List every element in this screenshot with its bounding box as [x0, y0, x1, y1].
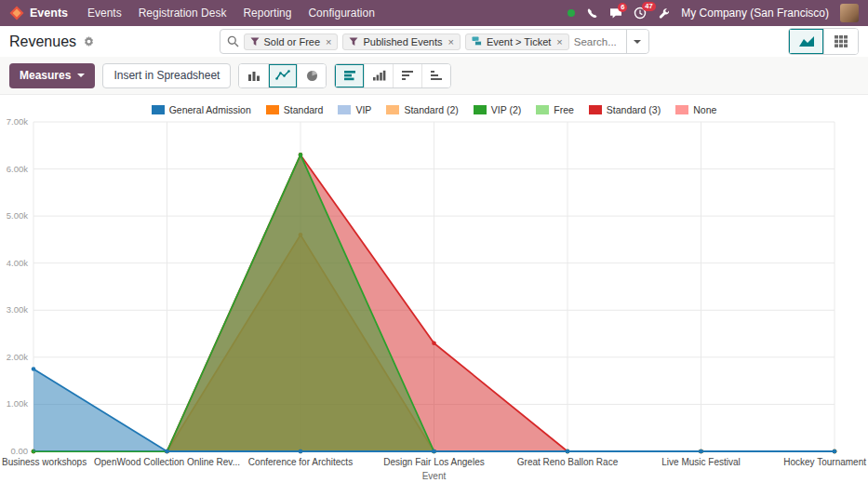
- legend-label: Standard: [284, 104, 324, 115]
- menu-item-reporting[interactable]: Reporting: [234, 3, 300, 23]
- x-axis-label: Conference for Architects: [248, 457, 353, 467]
- legend-swatch: [152, 105, 165, 114]
- sort-ascending-button[interactable]: [421, 64, 450, 87]
- chart-legend: General AdmissionStandardVIPStandard (2)…: [0, 101, 868, 118]
- menu-item-configuration[interactable]: Configuration: [300, 3, 382, 23]
- legend-item[interactable]: VIP (2): [474, 104, 521, 115]
- search-facet-groupby[interactable]: Event > Ticket ×: [465, 34, 569, 50]
- top-menu: Events Registration Desk Reporting Confi…: [79, 3, 383, 23]
- pie-chart-icon: [306, 70, 318, 82]
- search-facet-filter[interactable]: Published Events ×: [342, 34, 460, 50]
- y-axis-tick: 2.00k: [7, 352, 28, 362]
- legend-swatch: [675, 105, 688, 114]
- legend-item[interactable]: General Admission: [152, 104, 251, 115]
- filter-icon: [250, 37, 260, 47]
- messages-icon[interactable]: 6: [609, 7, 622, 20]
- facet-remove-icon[interactable]: ×: [326, 36, 331, 47]
- legend-item[interactable]: Standard (2): [386, 104, 458, 115]
- app-name: Events: [30, 7, 68, 20]
- y-axis-tick: 3.00k: [7, 304, 28, 315]
- legend-item[interactable]: Free: [536, 104, 574, 115]
- legend-item[interactable]: VIP: [338, 104, 371, 115]
- facet-label: Event > Ticket: [487, 36, 551, 47]
- systray: 6 47 My Company (San Francisco): [568, 4, 859, 22]
- legend-item[interactable]: Standard: [266, 104, 324, 115]
- measures-button[interactable]: Measures: [9, 63, 95, 88]
- data-point[interactable]: [165, 449, 169, 454]
- online-status-icon: [568, 9, 575, 17]
- legend-item[interactable]: Standard (3): [589, 104, 661, 115]
- facet-remove-icon[interactable]: ×: [556, 36, 562, 47]
- gear-icon[interactable]: [83, 35, 95, 47]
- pie-chart-button[interactable]: [297, 64, 326, 87]
- legend-label: VIP (2): [491, 104, 521, 115]
- menu-item-events[interactable]: Events: [79, 3, 130, 23]
- group-by-icon: [472, 36, 482, 47]
- cumulative-toggle-button[interactable]: [364, 64, 393, 87]
- legend-label: None: [693, 104, 716, 115]
- chart-area: General AdmissionStandardVIPStandard (2)…: [0, 101, 868, 483]
- graph-view-button[interactable]: [789, 29, 823, 54]
- data-point[interactable]: [432, 341, 436, 345]
- wrench-icon[interactable]: [658, 7, 670, 20]
- legend-label: General Admission: [169, 104, 251, 115]
- view-switcher: [788, 28, 859, 55]
- activities-badge: 47: [642, 2, 655, 11]
- bar-chart-button[interactable]: [239, 64, 268, 87]
- legend-label: VIP: [355, 104, 371, 115]
- search-input[interactable]: [574, 36, 621, 47]
- messages-badge: 6: [618, 3, 627, 12]
- legend-swatch: [589, 105, 602, 114]
- chart-type-group: [238, 63, 327, 88]
- user-avatar[interactable]: [840, 4, 859, 22]
- data-point[interactable]: [432, 449, 436, 454]
- insert-in-spreadsheet-button[interactable]: Insert in Spreadsheet: [102, 63, 231, 88]
- search-dropdown-toggle[interactable]: [626, 30, 648, 53]
- y-axis-tick: 4.00k: [7, 258, 28, 268]
- sort-descending-button[interactable]: [393, 64, 421, 87]
- activities-clock-icon[interactable]: 47: [634, 7, 647, 20]
- data-point[interactable]: [32, 367, 36, 371]
- filter-icon: [349, 37, 358, 47]
- search-icon: [227, 35, 239, 47]
- graph-toolbar: Measures Insert in Spreadsheet: [0, 57, 868, 95]
- data-point[interactable]: [833, 449, 837, 454]
- line-chart-button[interactable]: [268, 64, 297, 87]
- data-point[interactable]: [699, 449, 703, 454]
- x-axis-title: Event: [422, 471, 447, 481]
- pivot-grid-icon: [835, 35, 848, 47]
- bar-chart-icon: [247, 70, 260, 81]
- top-navbar: Events Events Registration Desk Reportin…: [0, 0, 868, 26]
- legend-label: Standard (3): [607, 104, 661, 115]
- data-point[interactable]: [566, 449, 570, 454]
- x-axis-label: Design Fair Los Angeles: [383, 457, 484, 467]
- measures-label: Measures: [20, 69, 71, 82]
- facet-remove-icon[interactable]: ×: [447, 36, 453, 47]
- x-axis-label: Great Reno Ballon Race: [517, 457, 619, 467]
- legend-item[interactable]: None: [675, 104, 716, 115]
- events-app-icon: [9, 6, 24, 20]
- pivot-view-button[interactable]: [823, 29, 858, 54]
- stacked-icon: [343, 70, 356, 81]
- search-facet-filter[interactable]: Sold or Free ×: [244, 34, 339, 50]
- y-axis-tick: 7.00k: [7, 118, 28, 127]
- chart-option-group: [334, 63, 451, 88]
- legend-label: Free: [554, 104, 574, 115]
- data-point[interactable]: [299, 153, 303, 157]
- legend-swatch: [266, 105, 279, 114]
- menu-item-registration-desk[interactable]: Registration Desk: [130, 3, 235, 23]
- y-axis-tick: 5.00k: [7, 210, 28, 221]
- facet-label: Sold or Free: [264, 36, 321, 47]
- legend-swatch: [536, 105, 549, 114]
- stacked-toggle-button[interactable]: [335, 64, 364, 87]
- x-axis-label: OpenWood Collection Online Rev...: [94, 457, 240, 467]
- x-axis-label: Hockey Tournament: [783, 457, 866, 467]
- app-menu-button[interactable]: Events: [9, 6, 68, 20]
- data-point[interactable]: [299, 449, 303, 454]
- x-axis-label: Business workshops: [2, 457, 87, 467]
- x-axis-label: Live Music Festival: [661, 457, 740, 467]
- phone-icon[interactable]: [586, 7, 598, 20]
- company-name[interactable]: My Company (San Francisco): [681, 7, 829, 20]
- line-chart-icon: [275, 70, 290, 81]
- legend-swatch: [474, 105, 487, 114]
